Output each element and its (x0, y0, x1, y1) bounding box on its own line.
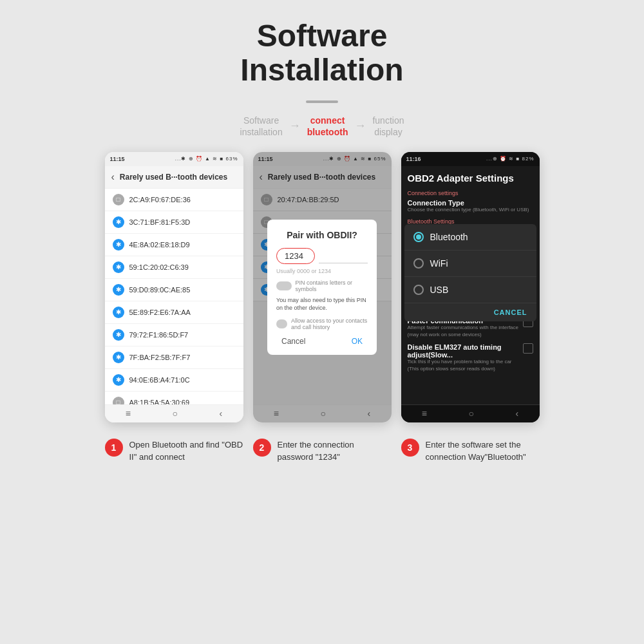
instruction-1: 1 Open Bluetooth and find "OBD II" and c… (105, 439, 243, 464)
dropdown-cancel-row: CANCEL (404, 303, 536, 321)
dropdown-label-usb: USB (430, 285, 449, 295)
toggle-contacts: Allow access to your contacts and call h… (276, 317, 368, 330)
page-title: Software Installation (240, 19, 403, 88)
nav-menu-icon[interactable]: ≡ (422, 408, 427, 419)
bt-icon-blue: ✱ (113, 284, 124, 296)
phone1-header: ‹ Rarely used B···tooth devices (105, 166, 243, 189)
pair-dialog: Pair with OBDII? 1234 Usually 0000 or 12… (267, 220, 377, 355)
radio-usb (413, 285, 424, 295)
instruction-text-2: Enter the connection password "1234" (278, 439, 392, 464)
step-number-3: 3 (401, 439, 419, 457)
instruction-text-3: Enter the software set the connection Wa… (426, 439, 540, 464)
list-item[interactable]: ✱ 79:72:F1:86:5D:F7 (105, 324, 243, 346)
phone-3: 11:16 ...⊕ ⏰ ≋ ■ 82% OBD2 Adapter Settin… (401, 152, 540, 422)
arrow-2: → (354, 119, 366, 133)
nav-menu-icon[interactable]: ≡ (126, 408, 131, 419)
dialog-title: Pair with OBDII? (276, 230, 368, 240)
disable-elm-label: Disable ELM327 auto timing adjust(Slow..… (408, 343, 519, 359)
step-number-1: 1 (105, 439, 123, 457)
radio-inner-bluetooth (416, 234, 421, 240)
bt-icon-blue: ✱ (113, 216, 124, 228)
dialog-input-row: 1234 (276, 248, 368, 264)
connection-type-item: Connection Type Choose the connection ty… (408, 199, 533, 213)
step-function-display: functiondisplay (372, 115, 404, 138)
phone3-time: 11:16 (406, 156, 421, 162)
list-item[interactable]: ✱ 4E:8A:02:E8:18:D9 (105, 234, 243, 256)
toggle-label-2: Allow access to your contacts and call h… (291, 317, 368, 330)
step-number-2: 2 (253, 439, 271, 457)
dialog-hint: Usually 0000 or 1234 (276, 268, 368, 274)
phone3-status-icons: ...⊕ ⏰ ≋ ■ 82% (486, 156, 534, 162)
instructions-row: 1 Open Bluetooth and find "OBD II" and c… (105, 439, 540, 464)
phone1-device-list: □ 2C:A9:F0:67:DE:36 ✱ 3C:71:BF:81:F5:3D … (105, 189, 243, 404)
step-software-installation: Softwareinstallation (240, 115, 283, 138)
dropdown-label-bluetooth: Bluetooth (430, 232, 468, 242)
phone-2: 11:15 ...✱ ⊕ ⏰ ▲ ≋ ■ 65% ‹ Rarely used B… (253, 152, 392, 422)
bt-icon-blue: ✱ (113, 261, 124, 273)
title-section: Software Installation (240, 19, 403, 88)
phone1-back-arrow[interactable]: ‹ (111, 171, 115, 183)
phone-1: 11:15 ...✱ ⊕ ⏰ ▲ ≋ ■ 63% ‹ Rarely used B… (105, 152, 243, 422)
list-item[interactable]: ✱ 59:D0:89:0C:AE:85 (105, 279, 243, 301)
nav-back-icon[interactable]: ‹ (516, 408, 519, 419)
dropdown-option-usb[interactable]: USB (404, 277, 536, 303)
settings-title: OBD2 Adapter Settings (408, 173, 533, 184)
phone3-status-bar: 11:16 ...⊕ ⏰ ≋ ■ 82% (401, 152, 540, 166)
bt-icon-gray: □ (113, 397, 124, 404)
connection-type-dropdown[interactable]: Bluetooth WiFi USB CANCEL (404, 224, 536, 321)
nav-home-icon[interactable]: ○ (173, 408, 178, 419)
phone1-nav: ≡ ○ ‹ (105, 404, 243, 422)
toggle-switch-2[interactable] (276, 319, 287, 328)
bt-icon-blue: ✱ (113, 239, 124, 251)
bt-icon-blue: ✱ (113, 352, 124, 363)
bt-icon-blue: ✱ (113, 307, 124, 318)
radio-bluetooth (413, 232, 424, 242)
bt-icon-blue: ✱ (113, 374, 124, 386)
dialog-buttons: Cancel OK (276, 336, 368, 347)
connection-type-sub: Choose the connection type (Bluetooth, W… (408, 207, 533, 213)
settings-screen: OBD2 Adapter Settings Connection setting… (401, 166, 540, 404)
toggle-pin-letters: PIN contains letters or symbols (276, 279, 368, 292)
section1-title: Connection settings (408, 190, 533, 196)
list-item[interactable]: ✱ 3C:71:BF:81:F5:3D (105, 211, 243, 234)
phone1-status-bar: 11:15 ...✱ ⊕ ⏰ ▲ ≋ ■ 63% (105, 152, 243, 166)
dropdown-option-wifi[interactable]: WiFi (404, 251, 536, 277)
instruction-text-1: Open Bluetooth and find "OBD II" and con… (129, 439, 243, 464)
list-item[interactable]: ✱ 5E:89:F2:E6:7A:AA (105, 301, 243, 324)
instruction-2: 2 Enter the connection password "1234" (253, 439, 392, 464)
nav-back-icon[interactable]: ‹ (220, 408, 223, 419)
dialog-ok-button[interactable]: OK (346, 336, 368, 347)
list-item[interactable]: □ 2C:A9:F0:67:DE:36 (105, 189, 243, 211)
connection-type-label: Connection Type (408, 199, 533, 207)
title-divider (306, 100, 338, 103)
disable-elm-row: Disable ELM327 auto timing adjust(Slow..… (408, 343, 533, 372)
nav-home-icon[interactable]: ○ (469, 408, 474, 419)
phone1-status-icons: ...✱ ⊕ ⏰ ▲ ≋ ■ 63% (175, 156, 238, 162)
list-item[interactable]: ✱ 7F:BA:F2:5B:7F:F7 (105, 346, 243, 369)
disable-elm-checkbox[interactable] (523, 343, 533, 354)
phone3-nav: ≡ ○ ‹ (401, 404, 540, 422)
radio-wifi (413, 258, 424, 269)
faster-comm-sub: Attempt faster communications with the i… (408, 325, 519, 338)
main-container: Software Installation Softwareinstallati… (0, 0, 644, 644)
step-connect-bluetooth: connectbluetooth (307, 115, 348, 138)
dialog-info-text: You may also need to type this PIN on th… (276, 296, 368, 312)
toggle-switch-1[interactable] (276, 281, 292, 290)
bt-icon-blue: ✱ (113, 329, 124, 341)
arrow-1: → (289, 119, 301, 133)
disable-elm-sub: Tick this if you have problem talking to… (408, 359, 519, 372)
pair-dialog-overlay: Pair with OBDII? 1234 Usually 0000 or 12… (253, 152, 392, 422)
phones-row: 11:15 ...✱ ⊕ ⏰ ▲ ≋ ■ 63% ‹ Rarely used B… (105, 152, 540, 422)
dropdown-option-bluetooth[interactable]: Bluetooth (404, 224, 536, 251)
pin-field[interactable]: 1234 (276, 248, 315, 264)
dialog-cancel-button[interactable]: Cancel (276, 336, 310, 347)
steps-breadcrumb: Softwareinstallation → connectbluetooth … (240, 115, 404, 138)
instruction-3: 3 Enter the software set the connection … (401, 439, 540, 464)
phone1-time: 11:15 (110, 156, 125, 162)
list-item[interactable]: □ A8:1B:5A:5A:30:69 (105, 392, 243, 404)
toggle-label-1: PIN contains letters or symbols (296, 279, 368, 292)
phone1-header-title: Rarely used B···tooth devices (120, 173, 227, 182)
list-item[interactable]: ✱ 59:1C:20:02:C6:39 (105, 256, 243, 279)
dropdown-cancel-button[interactable]: CANCEL (494, 308, 527, 316)
list-item[interactable]: ✱ 94:0E:6B:A4:71:0C (105, 369, 243, 392)
